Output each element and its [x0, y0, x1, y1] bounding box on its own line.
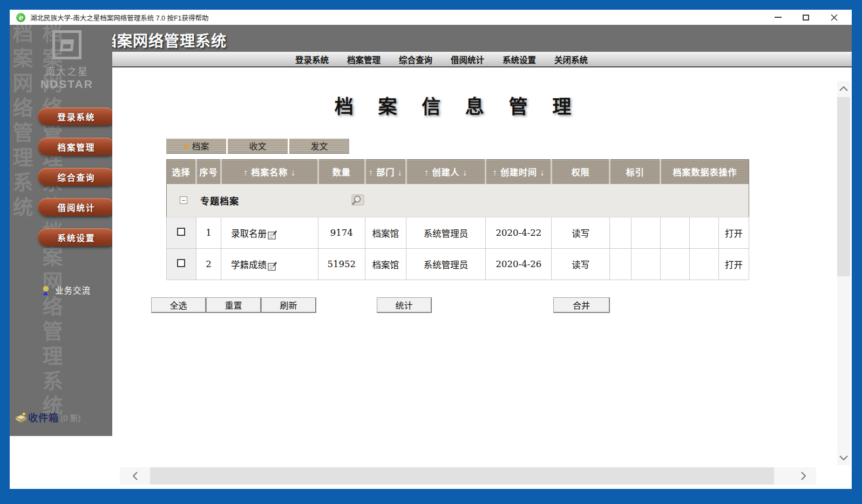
archive-table: 选择 序号 ↑ 档案名称 ↓ 数量 ↑ 部门 ↓ ↑ 创建人 ↓ ↑ 创建时间 …: [166, 159, 749, 280]
open-link[interactable]: 打开: [725, 229, 743, 239]
business-exchange-label: 业务交流: [55, 284, 91, 296]
header-seq: 序号: [196, 160, 221, 184]
table-header-row: 选择 序号 ↑ 档案名称 ↓ 数量 ↑ 部门 ↓ ↑ 创建人 ↓ ↑ 创建时间 …: [167, 160, 749, 184]
header-select: 选择: [167, 160, 196, 184]
sidebar-item-borrow-statistics[interactable]: 借阅统计: [38, 198, 112, 216]
logo-text-en: NDSTAR: [36, 78, 98, 91]
header-created-sort[interactable]: ↑ 创建时间 ↓: [486, 160, 552, 184]
vertical-scroll-thumb[interactable]: [837, 97, 850, 276]
group-row: − 专题档案: [167, 184, 749, 217]
close-icon: [831, 14, 838, 21]
cell-seq: 2: [196, 249, 221, 280]
tab-sent-label: 发文: [310, 139, 328, 152]
reset-button[interactable]: 重置: [206, 297, 261, 313]
maximize-icon: [803, 15, 809, 21]
cell-permission: 读写: [552, 217, 610, 249]
inbox-icon: [14, 411, 28, 424]
cell-count: 9174: [318, 217, 365, 249]
menu-item-login[interactable]: 登录系统: [295, 53, 329, 65]
inbox-label: 收件箱: [28, 410, 59, 424]
merge-button[interactable]: 合并: [553, 297, 610, 313]
tab-received-docs[interactable]: 收文: [228, 139, 288, 154]
inbox-status: (0 新): [60, 412, 81, 423]
main-content: 档 案 信 息 管 理 » 档案 收文 发文: [112, 67, 852, 489]
tab-strip: » 档案 收文 发文: [166, 139, 349, 154]
open-link[interactable]: 打开: [725, 260, 743, 270]
collapse-toggle[interactable]: −: [180, 196, 187, 204]
minimize-button[interactable]: [770, 11, 786, 23]
cell-created: 2020-4-26: [486, 249, 552, 280]
menu-items: 登录系统 档案管理 综合查询 借阅统计 系统设置 关闭系统: [295, 53, 588, 65]
menu-item-archive-management[interactable]: 档案管理: [347, 53, 381, 65]
edit-note-icon[interactable]: [268, 230, 277, 240]
cell-dept: 档案馆: [365, 249, 406, 280]
logo: 南大之星 NDSTAR: [36, 30, 98, 91]
cell-permission: 读写: [552, 249, 610, 280]
sidebar-item-archive-management[interactable]: 档案管理: [38, 138, 112, 155]
horizontal-scrollbar[interactable]: [120, 467, 816, 485]
horizontal-scroll-thumb[interactable]: [150, 467, 774, 485]
vertical-scrollbar[interactable]: [837, 81, 850, 465]
desktop-frame: e 湖北民族大学-南大之星档案网络管理系统 7.0 按F1获得帮助 档案网络管理…: [0, 0, 862, 504]
cell-creator: 系统管理员: [406, 217, 486, 249]
row-checkbox[interactable]: [177, 259, 185, 267]
menu-item-comprehensive-query[interactable]: 综合查询: [399, 53, 432, 65]
header-name-sort[interactable]: ↑ 档案名称 ↓: [221, 160, 318, 184]
tab-archive[interactable]: » 档案: [166, 139, 226, 154]
edit-note-icon[interactable]: [268, 261, 277, 271]
window-title: 湖北民族大学-南大之星档案网络管理系统 7.0 按F1获得帮助: [30, 12, 209, 23]
row-checkbox[interactable]: [177, 228, 185, 236]
menu-item-borrow-statistics[interactable]: 借阅统计: [451, 53, 484, 65]
table-row: 1 录取名册 9174 档案馆 系统管理员 2020-4-22 读写 打开: [167, 217, 749, 249]
sidebar-item-comprehensive-query[interactable]: 综合查询: [38, 168, 112, 186]
menu-item-close-system[interactable]: 关闭系统: [554, 53, 588, 65]
person-icon: [41, 285, 51, 295]
magnifier-icon[interactable]: [350, 194, 364, 207]
statistics-button[interactable]: 统计: [377, 297, 432, 313]
app-banner: 档案网络管理系统: [10, 25, 852, 52]
inbox-link[interactable]: 收件箱 (0 新): [14, 410, 81, 424]
page-title: 档 案 信 息 管 理: [166, 91, 749, 119]
active-tab-chevrons-icon: »: [184, 141, 189, 151]
header-count: 数量: [318, 160, 365, 184]
app-title: 档案网络管理系统: [101, 29, 227, 51]
chevron-left-icon: [133, 472, 138, 480]
header-creator-sort[interactable]: ↑ 创建人 ↓: [406, 160, 486, 184]
browser-icon: e: [16, 13, 25, 22]
logo-text-cn: 南大之星: [36, 64, 98, 78]
sidebar-item-system-settings[interactable]: 系统设置: [38, 228, 112, 246]
window-controls: [770, 11, 845, 23]
minimize-icon: [775, 17, 782, 18]
refresh-button[interactable]: 刷新: [261, 297, 316, 313]
tab-archive-label: 档案: [192, 139, 209, 152]
close-button[interactable]: [826, 11, 842, 23]
group-label: 专题档案: [200, 194, 239, 207]
tab-sent-docs[interactable]: 发文: [289, 139, 349, 154]
header-operations: 档案数据表操作: [661, 160, 749, 184]
cell-seq: 1: [196, 217, 221, 249]
sidebar: 档案网络管理系统档案网络管理系统档案网络管理系统 南大之星 NDSTAR 登录系…: [10, 25, 112, 436]
header-permission: 权限: [552, 160, 610, 184]
app-window: e 湖北民族大学-南大之星档案网络管理系统 7.0 按F1获得帮助 档案网络管理…: [10, 10, 852, 489]
table-row: 2 学籍成绩 51952 档案馆 系统管理员 2020-4-26 读写 打开: [167, 249, 749, 280]
menu-bar: 登录系统 档案管理 综合查询 借阅统计 系统设置 关闭系统: [112, 52, 852, 67]
scroll-down-button[interactable]: [837, 450, 850, 465]
cell-created: 2020-4-22: [486, 217, 552, 249]
header-index: 标引: [610, 160, 661, 184]
cell-archive-name[interactable]: 学籍成绩: [231, 258, 267, 271]
scroll-right-button[interactable]: [793, 467, 813, 485]
chevron-down-icon: [839, 455, 848, 460]
maximize-button[interactable]: [798, 11, 814, 23]
scroll-up-button[interactable]: [837, 81, 850, 96]
scroll-left-button[interactable]: [125, 467, 145, 485]
chevron-right-icon: [801, 472, 806, 480]
sidebar-item-login[interactable]: 登录系统: [38, 107, 112, 125]
select-all-button[interactable]: 全选: [151, 297, 206, 313]
cell-dept: 档案馆: [365, 217, 406, 249]
header-dept-sort[interactable]: ↑ 部门 ↓: [365, 160, 406, 184]
cell-count: 51952: [318, 249, 365, 280]
cell-creator: 系统管理员: [406, 249, 486, 280]
menu-item-system-settings[interactable]: 系统设置: [503, 53, 536, 65]
cell-archive-name[interactable]: 录取名册: [231, 227, 267, 240]
business-exchange-link[interactable]: 业务交流: [41, 284, 91, 296]
